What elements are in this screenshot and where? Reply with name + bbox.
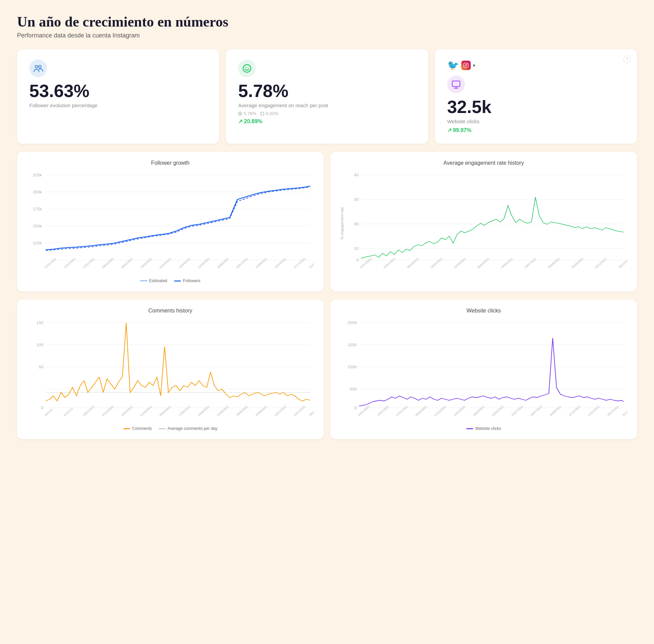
stat-value-follower: 53.63% [29,82,207,100]
svg-text:15/03/2021: 15/03/2021 [453,405,466,417]
svg-text:24/06/2021: 24/06/2021 [500,257,514,269]
svg-text:23/01/2021: 23/01/2021 [82,405,95,417]
charts-row-1: Follower growth 225k 200k 175k 150k 125k [17,152,637,291]
page-header: Un año de crecimiento en números Perform… [17,14,637,39]
svg-text:20/09/2021: 20/09/2021 [254,405,268,417]
svg-point-4 [248,67,249,68]
svg-text:27/11/2021: 27/11/2021 [293,257,306,269]
chart-follower-growth: Follower growth 225k 200k 175k 150k 125k [17,152,324,291]
svg-text:100: 100 [36,343,44,347]
svg-text:01/03/2021: 01/03/2021 [159,257,172,269]
chart-container-website: 2000 1500 1000 500 0 01/01/2021 14/01/20… [340,319,627,423]
svg-rect-10 [452,81,460,86]
svg-text:200k: 200k [33,190,42,194]
chart-title-engagement: Average engagement rate history [340,160,627,166]
svg-text:125k: 125k [33,241,42,245]
svg-text:31/12/2021: 31/12/2021 [308,257,314,269]
svg-text:500: 500 [350,387,357,391]
svg-text:09/04/2021: 09/04/2021 [159,405,172,417]
svg-text:01/02/12: 01/02/12 [63,407,74,417]
help-icon[interactable]: ? [623,55,631,63]
svg-text:225k: 225k [33,173,42,177]
stat-value-engagement: 5.78% [238,82,416,100]
stat-card-website: ? 🐦 ▾ 32.5k Website clicks ↗ [435,49,637,144]
dashed-line-icon [140,280,147,281]
website-clicks-legend: Website clicks [340,426,627,431]
legend-avg-comments: Average comments per day [159,426,218,431]
svg-text:0: 0 [355,406,357,410]
stat-icon-wrap-engagement [238,60,416,77]
svg-text:02/05/2021: 02/05/2021 [491,405,504,417]
svg-text:17/05/2021: 17/05/2021 [178,405,191,417]
svg-text:15/07/2021: 15/07/2021 [510,405,524,417]
svg-text:07/03/2021: 07/03/2021 [434,405,447,417]
website-clicks-line-icon [466,428,473,429]
svg-text:22/03/2021: 22/03/2021 [453,257,467,269]
svg-text:08/02/2021: 08/02/2021 [120,257,134,269]
svg-text:01/01/2021: 01/01/2021 [357,405,370,417]
stat-sub-engagement: 5.78% 0.02% [238,111,416,116]
svg-text:150k: 150k [33,224,42,228]
stat-change-engagement: ↗ 20.89% [238,118,416,125]
svg-text:10/01/2021: 10/01/2021 [383,257,396,269]
svg-text:150: 150 [36,321,44,325]
svg-text:23/11/2021: 23/11/2021 [293,405,306,417]
svg-text:01/01/2021: 01/01/2021 [359,257,373,269]
svg-text:15/08/2021: 15/08/2021 [254,257,268,269]
svg-text:29/12/2021: 29/12/2021 [618,257,627,269]
svg-text:28/07/2021: 28/07/2021 [530,405,543,417]
legend-followers-label: Followers [183,278,200,283]
svg-rect-7 [464,63,468,67]
chart-engagement-rate: Average engagement rate history % engage… [330,152,637,291]
instagram-icon [461,61,471,70]
svg-point-3 [245,67,246,68]
svg-text:29/12/2021: 29/12/2021 [308,405,314,417]
svg-text:10: 10 [354,246,359,251]
stat-change-website: ↗ 99.97% [447,127,625,133]
svg-text:09/04/2021: 09/04/2021 [477,257,490,269]
svg-text:22/11/2021: 22/11/2021 [587,405,600,417]
page-subtitle: Performance data desde la cuenta Instagr… [17,32,637,39]
legend-estimated-label: Estimated [149,278,167,283]
svg-text:50: 50 [39,365,44,369]
svg-text:01/03/2021: 01/03/2021 [101,405,114,417]
chart-container-follower: 225k 200k 175k 150k 125k 01/01/2021 14/0… [27,172,314,275]
smile-icon [238,60,256,77]
svg-text:2000: 2000 [347,321,357,325]
sub-val-2: 0.02% [260,111,278,116]
svg-text:15/02/2021: 15/02/2021 [140,257,153,269]
chart-container-comments: 150 100 50 0 01/01/2 01/02/12 23/01/2021… [27,319,314,423]
svg-text:30: 30 [354,197,359,202]
svg-text:11/05/2021: 11/05/2021 [197,257,210,269]
svg-text:31/12/2021: 31/12/2021 [622,405,627,417]
svg-text:14/01/2021: 14/01/2021 [63,257,76,269]
stat-label-website: Website clicks [447,118,625,124]
chart-title-comments: Comments history [27,308,314,314]
svg-text:10/06/2021: 10/06/2021 [216,257,230,269]
svg-text:16/08/2021: 16/08/2021 [235,405,249,417]
chevron-down-icon: ▾ [473,63,475,68]
svg-point-0 [35,65,38,68]
svg-text:19/12/2021: 19/12/2021 [606,405,620,417]
chart-engagement-wrapper: % engagement rate 40 30 20 10 0 [340,172,627,275]
svg-text:30/09/2021: 30/09/2021 [549,405,562,417]
svg-text:1500: 1500 [347,343,357,347]
svg-text:01/01/2: 01/01/2 [44,408,53,417]
svg-text:20: 20 [354,222,359,226]
legend-website-clicks-label: Website clicks [475,426,501,431]
svg-text:28/01/2021: 28/01/2021 [101,257,114,269]
stat-icon-wrap [29,60,207,77]
svg-text:01/04/2021: 01/04/2021 [140,405,153,417]
stat-card-engagement: 5.78% Average engagement on reach per po… [226,49,428,144]
svg-text:25/06/2021: 25/06/2021 [197,405,210,417]
legend-followers: Followers [174,278,200,283]
svg-text:09/02/2021: 09/02/2021 [415,405,428,417]
svg-text:21/06/2021: 21/06/2021 [216,405,230,417]
legend-website-clicks: Website clicks [466,426,501,431]
avg-comments-line-icon [159,428,166,429]
y-axis-label-engagement: % engagement rate [340,207,344,240]
sub-val-1: 5.78% [238,111,256,116]
legend-comments-label: Comments [132,426,152,431]
follower-legend: Estimated Followers [27,278,314,283]
legend-avg-label: Average comments per day [168,426,218,431]
